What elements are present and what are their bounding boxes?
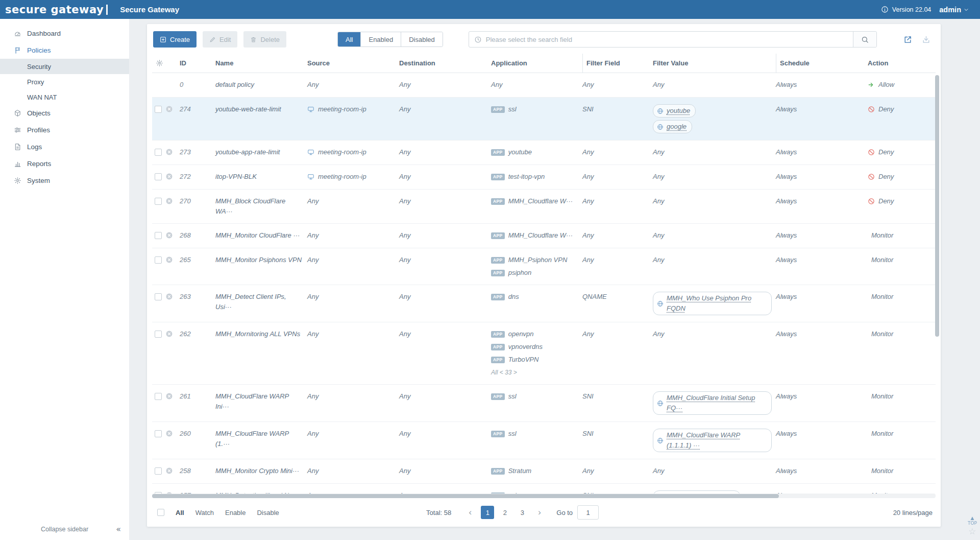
create-button[interactable]: Create xyxy=(153,31,197,48)
filter-value-pill[interactable]: google xyxy=(653,120,692,133)
back-to-top-button[interactable]: ▲ TOP xyxy=(968,516,977,526)
enable-link[interactable]: Enable xyxy=(225,509,246,516)
policy-row-258[interactable]: 258MMH_Monitor Crypto Mini···AnyAnyAPPSt… xyxy=(152,459,936,484)
edit-button[interactable]: Edit xyxy=(203,31,237,48)
vertical-scrollbar[interactable] xyxy=(935,75,939,337)
application-entry: APPtest-itop-vpn xyxy=(491,172,545,182)
prev-page-icon[interactable]: ‹ xyxy=(463,506,477,519)
row-checkbox[interactable] xyxy=(155,173,162,180)
page-button-1[interactable]: 1 xyxy=(481,506,494,519)
user-menu[interactable]: admin xyxy=(939,6,969,14)
row-checkbox[interactable] xyxy=(155,232,162,239)
sidebar-item-dashboard[interactable]: Dashboard xyxy=(0,25,129,42)
policy-id: 257 xyxy=(180,490,215,493)
policy-applications: APPMMH_Psiphon VPNAPPpsiphon xyxy=(491,255,582,278)
search-input[interactable] xyxy=(482,36,853,43)
next-page-icon[interactable]: › xyxy=(533,506,546,519)
sidebar-item-wan-nat[interactable]: WAN NAT xyxy=(0,89,129,105)
filter-value-pill[interactable]: MMH_Illegal News Site xyxy=(653,490,741,493)
sidebar-item-policies[interactable]: Policies xyxy=(0,42,129,59)
row-checkbox[interactable] xyxy=(155,393,162,400)
filter-value-pill[interactable]: MMH_CloudFlare Initial Setup FQ··· xyxy=(653,391,772,415)
filter-value-pill[interactable]: MMH_CloudFlare WARP (1.1.1.1) ··· xyxy=(653,429,772,452)
goto-label: Go to xyxy=(556,509,573,516)
row-checkbox[interactable] xyxy=(155,331,162,338)
page-button-3[interactable]: 3 xyxy=(516,506,529,519)
policy-id: 0 xyxy=(180,80,215,90)
filter-value-pill[interactable]: MMH_Who Use Psiphon Pro FQDN xyxy=(653,292,772,315)
dashboard-icon xyxy=(13,30,21,37)
delete-button[interactable]: Delete xyxy=(243,31,286,48)
search-history-icon[interactable] xyxy=(474,36,482,43)
policy-applications: APPStratum xyxy=(491,466,582,476)
policy-row-273[interactable]: 273youtube-app-rate-limitmeeting-room-ip… xyxy=(152,140,936,165)
row-checkbox[interactable] xyxy=(155,256,162,264)
policy-row-262[interactable]: 262MMH_Mornitoring ALL VPNsAnyAnyAPPopen… xyxy=(152,322,936,385)
row-checkbox[interactable] xyxy=(155,467,162,475)
import-button[interactable] xyxy=(919,33,933,46)
policy-row-274[interactable]: 274youtube-web-rate-limitmeeting-room-ip… xyxy=(152,98,936,140)
policy-action: Monitor xyxy=(868,429,936,439)
horizontal-scrollbar-track xyxy=(152,494,936,499)
policy-row-265[interactable]: 265MMH_Monitor Psiphons VPNAnyAnyAPPMMH_… xyxy=(152,248,936,285)
policy-row-270[interactable]: 270MMH_Block CloudFlare WA···AnyAnyAPPMM… xyxy=(152,190,936,224)
row-status-icon xyxy=(165,105,173,113)
policy-row-261[interactable]: 261MMH_CloudFlare WARP Ini···AnyAnyAPPss… xyxy=(152,385,936,422)
row-checkbox[interactable] xyxy=(155,149,162,156)
sidebar-item-logs[interactable]: Logs xyxy=(0,138,129,155)
policy-row-272[interactable]: 272itop-VPN-BLKmeeting-room-ipAnyAPPtest… xyxy=(152,165,936,190)
sidebar-item-proxy[interactable]: Proxy xyxy=(0,74,129,89)
policy-row-0[interactable]: 0default policyAnyAnyAnyAnyAnyAlwaysAllo… xyxy=(152,73,936,98)
policy-action: Deny xyxy=(868,147,936,157)
policy-action: Monitor xyxy=(868,230,936,241)
info-icon[interactable] xyxy=(881,6,889,13)
sidebar: DashboardPoliciesSecurityProxyWAN NATObj… xyxy=(0,19,129,540)
lines-per-page[interactable]: 20 lines/page xyxy=(893,509,933,516)
sidebar-item-system[interactable]: System xyxy=(0,172,129,189)
goto-page-input[interactable] xyxy=(577,505,599,520)
applications-more-link[interactable]: All < 33 > xyxy=(491,367,517,378)
filter-tab-enabled[interactable]: Enabled xyxy=(360,32,401,46)
policy-source: Any xyxy=(307,255,399,265)
horizontal-scrollbar[interactable] xyxy=(152,494,779,498)
policy-row-257[interactable]: 257MMH_Detecting Illegal Ne···AnyAnyAPPs… xyxy=(152,484,936,493)
policy-row-260[interactable]: 260MMH_CloudFlare WARP (1.···AnyAnyAPPss… xyxy=(152,422,936,459)
policy-source: meeting-room-ip xyxy=(307,147,399,157)
export-button[interactable] xyxy=(901,33,914,46)
policy-row-263[interactable]: 263MMH_Detect Client IPs, Usi···AnyAnyAP… xyxy=(152,285,936,322)
row-checkbox[interactable] xyxy=(155,198,162,205)
favorite-star-icon[interactable]: ☆ xyxy=(968,527,976,536)
application-entry: APPssl xyxy=(491,490,517,493)
policy-name: youtube-app-rate-limit xyxy=(215,147,307,157)
policy-name: MMH_CloudFlare WARP (1.··· xyxy=(215,429,307,449)
total-count: Total: 58 xyxy=(426,509,451,516)
disable-link[interactable]: Disable xyxy=(257,509,279,516)
application-entry: APPssl xyxy=(491,429,517,439)
watch-link[interactable]: Watch xyxy=(195,509,214,516)
collapse-sidebar-button[interactable]: Collapse sidebar « xyxy=(0,526,129,533)
filter-value-pill[interactable]: youtube xyxy=(653,104,696,118)
page-button-2[interactable]: 2 xyxy=(498,506,511,519)
search-button[interactable] xyxy=(853,32,876,47)
row-checkbox[interactable] xyxy=(155,293,162,300)
row-checkbox[interactable] xyxy=(155,430,162,437)
policy-row-268[interactable]: 268MMH_Monitor CloudFlare ···AnyAnyAPPMM… xyxy=(152,224,936,248)
select-all-label[interactable]: All xyxy=(176,509,184,516)
row-checkbox[interactable] xyxy=(155,106,162,113)
column-settings-gear-icon[interactable] xyxy=(156,59,163,67)
sidebar-item-objects[interactable]: Objects xyxy=(0,105,129,122)
row-status-icon xyxy=(165,430,173,437)
app-badge: APP xyxy=(491,331,505,338)
sidebar-item-profiles[interactable]: Profiles xyxy=(0,122,129,138)
policy-id: 265 xyxy=(180,255,215,265)
filter-tab-disabled[interactable]: Disabled xyxy=(401,32,443,46)
sidebar-item-label: Objects xyxy=(27,109,51,117)
policy-name: MMH_Monitor Psiphons VPN xyxy=(215,255,307,265)
application-entry: APPopenvpn xyxy=(491,329,534,339)
sidebar-item-security[interactable]: Security xyxy=(0,59,129,74)
sidebar-item-reports[interactable]: Reports xyxy=(0,155,129,172)
policy-name: MMH_Monitor Crypto Mini··· xyxy=(215,466,307,476)
filter-tab-all[interactable]: All xyxy=(338,32,360,46)
select-all-checkbox[interactable] xyxy=(157,509,164,516)
application-entry: APPMMH_Cloudflare W··· xyxy=(491,230,573,241)
